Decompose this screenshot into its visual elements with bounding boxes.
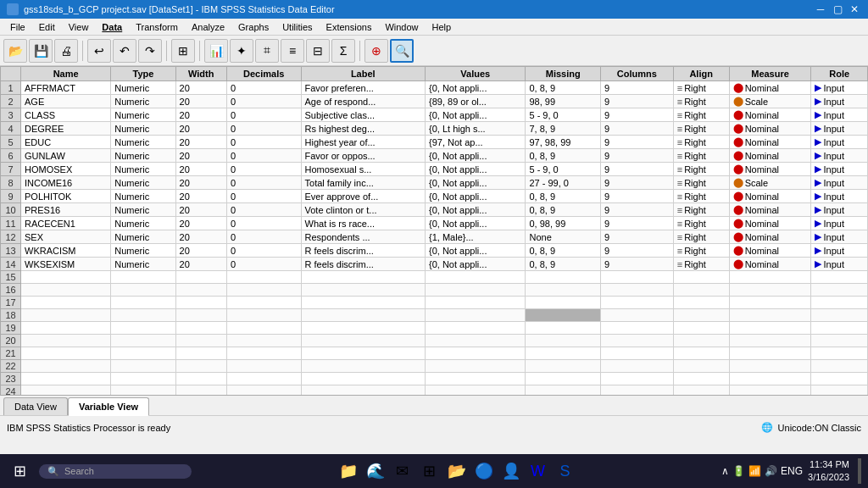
menu-data[interactable]: Data (95, 20, 129, 34)
cell-values[interactable]: {1, Male}... (426, 230, 526, 244)
cell-name[interactable]: PRES16 (21, 203, 111, 217)
cell-name[interactable]: POLHITOK (21, 190, 111, 203)
cell-role[interactable] (811, 284, 868, 297)
cell-align[interactable]: ≡ Right (673, 136, 729, 149)
table-row[interactable]: 12SEXNumeric200Respondents ...{1, Male}.… (1, 230, 868, 244)
cell-missing[interactable]: 0, 8, 9 (526, 244, 601, 258)
table-row[interactable]: 14WKSEXISMNumeric200R feels discrim...{0… (1, 258, 868, 271)
cell-measure[interactable]: ⬤ Nominal (729, 108, 811, 122)
cell-width[interactable]: 20 (175, 176, 226, 190)
cell-label[interactable] (301, 335, 425, 347)
cell-width[interactable]: 20 (175, 217, 226, 230)
cell-columns[interactable] (601, 373, 674, 385)
cell-name[interactable]: CLASS (21, 108, 111, 122)
menu-graphs[interactable]: Graphs (231, 20, 275, 34)
goto-btn[interactable]: ⊞ (171, 39, 195, 63)
cell-align[interactable]: ≡ Right (673, 108, 729, 122)
cell-label[interactable]: Highest year of... (301, 136, 425, 149)
cell-decimals[interactable] (226, 271, 301, 284)
cell-name[interactable] (21, 297, 111, 309)
cell-decimals[interactable]: 0 (226, 136, 301, 149)
cell-align[interactable] (673, 373, 729, 385)
table-row[interactable]: 11RACECEN1Numeric200What is rs race...{0… (1, 217, 868, 230)
cell-columns[interactable] (601, 385, 674, 396)
cell-width[interactable] (175, 360, 226, 373)
cell-type[interactable]: Numeric (111, 122, 175, 136)
cell-name[interactable]: SEX (21, 230, 111, 244)
taskbar-edge-icon[interactable]: 🌊 (364, 459, 387, 483)
menu-window[interactable]: Window (378, 20, 425, 34)
cell-decimals[interactable] (226, 373, 301, 385)
cell-role[interactable]: ▶ Input (811, 95, 868, 108)
cell-missing[interactable]: 98, 99 (526, 95, 601, 108)
cell-measure[interactable]: ⬤ Nominal (729, 136, 811, 149)
means-btn[interactable]: Σ (331, 39, 355, 63)
col-header-type[interactable]: Type (111, 67, 175, 81)
cell-align[interactable]: ≡ Right (673, 258, 729, 271)
cell-role[interactable]: ▶ Input (811, 258, 868, 271)
cell-width[interactable] (175, 309, 226, 322)
cell-values[interactable] (426, 271, 526, 284)
cell-type[interactable]: Numeric (111, 108, 175, 122)
cell-type[interactable] (111, 309, 175, 322)
cell-width[interactable] (175, 385, 226, 396)
bar-chart-btn[interactable]: 📊 (204, 39, 228, 63)
cell-decimals[interactable]: 0 (226, 244, 301, 258)
cell-columns[interactable]: 9 (601, 258, 674, 271)
cell-name[interactable] (21, 309, 111, 322)
table-row[interactable]: 21 (1, 347, 868, 360)
cell-measure[interactable] (729, 360, 811, 373)
cell-label[interactable]: Rs highest deg... (301, 122, 425, 136)
cell-type[interactable]: Numeric (111, 95, 175, 108)
table-row[interactable]: 6GUNLAWNumeric200Favor or oppos...{0, No… (1, 149, 868, 163)
col-header-columns[interactable]: Columns (601, 67, 674, 81)
maximize-btn[interactable]: ▢ (831, 3, 844, 16)
cell-measure[interactable] (729, 373, 811, 385)
col-header-decimals[interactable]: Decimals (226, 67, 301, 81)
recall-btn[interactable]: ↩ (87, 39, 111, 63)
cell-measure[interactable]: ⬤ Nominal (729, 149, 811, 163)
cell-type[interactable] (111, 271, 175, 284)
cell-role[interactable]: ▶ Input (811, 163, 868, 176)
cell-align[interactable] (673, 297, 729, 309)
cell-width[interactable]: 20 (175, 122, 226, 136)
cell-role[interactable]: ▶ Input (811, 217, 868, 230)
cell-align[interactable] (673, 385, 729, 396)
cell-label[interactable]: Total family inc... (301, 176, 425, 190)
cell-decimals[interactable] (226, 284, 301, 297)
cell-label[interactable] (301, 297, 425, 309)
cell-role[interactable]: ▶ Input (811, 203, 868, 217)
cell-measure[interactable] (729, 284, 811, 297)
cell-align[interactable] (673, 347, 729, 360)
cell-align[interactable]: ≡ Right (673, 244, 729, 258)
cell-measure[interactable] (729, 309, 811, 322)
cell-measure[interactable] (729, 271, 811, 284)
cell-missing[interactable]: 5 - 9, 0 (526, 163, 601, 176)
col-header-align[interactable]: Align (673, 67, 729, 81)
cell-decimals[interactable]: 0 (226, 163, 301, 176)
cell-measure[interactable]: ⬤ Nominal (729, 190, 811, 203)
col-header-missing[interactable]: Missing (526, 67, 601, 81)
cell-align[interactable] (673, 271, 729, 284)
cell-name[interactable]: AFFRMACT (21, 81, 111, 95)
cell-columns[interactable]: 9 (601, 163, 674, 176)
cell-missing[interactable]: 5 - 9, 0 (526, 108, 601, 122)
minimize-btn[interactable]: ─ (814, 3, 827, 16)
cell-missing[interactable] (526, 373, 601, 385)
cell-decimals[interactable]: 0 (226, 190, 301, 203)
cell-columns[interactable]: 9 (601, 217, 674, 230)
cell-measure[interactable]: ⬤ Nominal (729, 203, 811, 217)
cell-label[interactable]: Age of respond... (301, 95, 425, 108)
cell-label[interactable]: R feels discrim... (301, 244, 425, 258)
cell-values[interactable]: {0, Not appli... (426, 176, 526, 190)
cell-label[interactable]: Ever approve of... (301, 190, 425, 203)
freq-btn[interactable]: ⌗ (255, 39, 279, 63)
menu-edit[interactable]: Edit (32, 20, 62, 34)
cell-width[interactable] (175, 297, 226, 309)
cell-missing[interactable]: 0, 8, 9 (526, 190, 601, 203)
cell-missing[interactable]: 7, 8, 9 (526, 122, 601, 136)
cell-width[interactable]: 20 (175, 108, 226, 122)
cell-columns[interactable]: 9 (601, 190, 674, 203)
table-row[interactable]: 19 (1, 322, 868, 335)
cell-measure[interactable]: ⬤ Scale (729, 176, 811, 190)
